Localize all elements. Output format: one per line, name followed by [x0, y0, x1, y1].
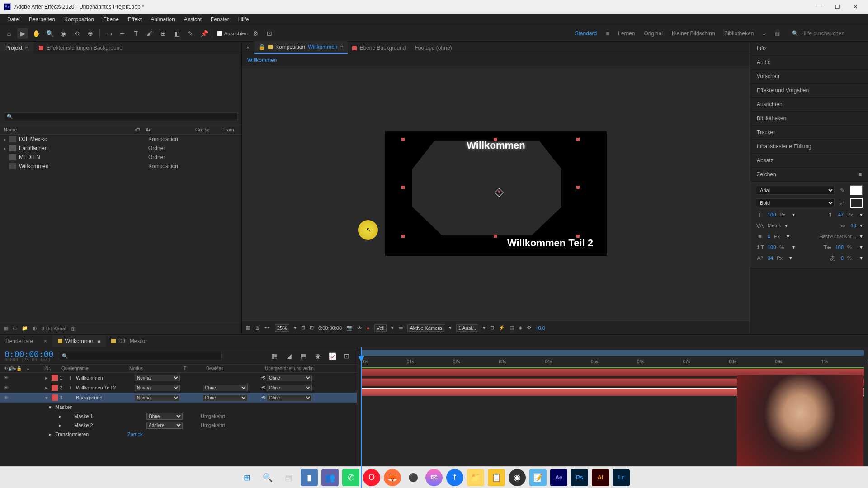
ai-taskbar-icon[interactable]: Ai — [592, 469, 609, 486]
mask-1[interactable]: Maske 1 — [74, 413, 146, 419]
resolution-select[interactable]: Voll — [374, 324, 387, 332]
col-label-icon[interactable]: 🏷 — [135, 127, 146, 132]
adjust-icon[interactable]: ◐ — [33, 325, 37, 331]
comp-tab-close[interactable]: × — [242, 42, 254, 54]
roto-tool-icon[interactable]: ✎ — [185, 28, 196, 39]
start-icon[interactable]: ⊞ — [238, 469, 255, 486]
font-weight-select[interactable]: Bold — [756, 198, 835, 207]
tab-effekteinstellungen[interactable]: Effekteinstellungen Background — [33, 42, 128, 54]
font-family-select[interactable]: Arial — [756, 186, 835, 195]
tab-footage[interactable]: Footage (ohne) — [410, 42, 457, 54]
tab-projekt[interactable]: Projekt ≡ — [0, 42, 33, 54]
zoom-tool-icon[interactable]: 🔍 — [44, 28, 55, 39]
col-art[interactable]: Art — [146, 127, 195, 132]
tab-renderliste[interactable]: Renderliste — [0, 335, 38, 347]
zoom-select[interactable]: 25% — [275, 324, 289, 332]
fill-swatch[interactable] — [850, 185, 863, 195]
brush-tool-icon[interactable]: 🖌 — [144, 28, 155, 39]
leading-value[interactable]: 47 — [838, 212, 844, 217]
tl-close[interactable]: × — [38, 335, 52, 347]
new-folder-icon[interactable]: 📁 — [22, 325, 28, 331]
explorer-icon[interactable]: ▮ — [301, 469, 318, 486]
res-icon[interactable]: ⊞ — [301, 325, 305, 331]
project-item[interactable]: WillkommenKomposition — [0, 162, 241, 171]
col-modus[interactable]: Modus — [129, 366, 184, 371]
brain-icon[interactable]: ⊡ — [341, 351, 352, 361]
project-item[interactable]: ▸DJI_MexikoKomposition — [0, 135, 241, 144]
views-select[interactable]: 1 Ansi... — [456, 324, 478, 332]
puppet-tool-icon[interactable]: 📌 — [198, 28, 209, 39]
flowchart-icon[interactable]: ◈ — [519, 325, 522, 331]
messenger-icon[interactable]: ✉ — [425, 469, 443, 486]
home-icon[interactable]: ⌂ — [4, 28, 14, 39]
stroke-option[interactable]: Fläche über Kon... — [819, 234, 856, 239]
hand-tool-icon[interactable]: ✋ — [31, 28, 42, 39]
monitor-icon[interactable]: 🖥 — [255, 325, 259, 331]
viewer-time[interactable]: 0:00:00:00 — [318, 325, 342, 331]
breadcrumb[interactable]: Willkommen — [242, 54, 750, 66]
panel-absatz[interactable]: Absatz — [750, 154, 868, 168]
orbit-tool-icon[interactable]: ◉ — [58, 28, 69, 39]
project-item[interactable]: ▸FarbflächenOrdner — [0, 144, 241, 153]
close-button[interactable]: ✕ — [846, 0, 864, 14]
panel-bibliotheken[interactable]: Bibliotheken — [750, 112, 868, 126]
transform-group[interactable]: Transformieren — [55, 432, 127, 437]
panel-tracker[interactable]: Tracker — [750, 126, 868, 140]
roi-icon[interactable]: ▭ — [398, 325, 403, 331]
col-name[interactable]: Name — [4, 127, 135, 132]
tracking-value[interactable]: 10 — [851, 223, 856, 228]
menu-fenster[interactable]: Fenster — [206, 14, 234, 24]
font-size-value[interactable]: 100 — [768, 212, 776, 217]
selection-tool-icon[interactable]: ▶ — [17, 28, 28, 39]
files-icon[interactable]: 📁 — [467, 469, 484, 486]
timeline-search-input[interactable] — [59, 352, 222, 360]
tb-search-icon[interactable]: 🔍 — [259, 469, 276, 486]
project-search-input[interactable] — [4, 112, 238, 121]
workspace-lernen[interactable]: Lernen — [618, 30, 635, 37]
layer-row[interactable]: 👁▾3BackgroundNormalOhne⟲ Ohne — [0, 393, 357, 403]
tsume-value[interactable]: 0 — [841, 255, 844, 261]
workspace-opts-icon[interactable]: ≡ — [606, 30, 609, 37]
menu-ansicht[interactable]: Ansicht — [179, 14, 206, 24]
vscale-value[interactable]: 100 — [768, 244, 776, 250]
channel-icon[interactable]: ● — [367, 325, 370, 331]
col-nr[interactable]: Nr. — [45, 366, 61, 371]
col-uber[interactable]: Übergeordnet und verkn. — [265, 366, 337, 371]
interpret-icon[interactable]: ▦ — [4, 325, 8, 331]
eraser-tool-icon[interactable]: ◧ — [171, 28, 182, 39]
playhead[interactable] — [361, 347, 362, 488]
stamp-tool-icon[interactable]: ⊞ — [158, 28, 169, 39]
minimize-button[interactable]: — — [810, 0, 828, 14]
app-icon-2[interactable]: 📋 — [488, 469, 505, 486]
tab-komposition[interactable]: 🔒 Komposition Willkommen ≡ — [254, 41, 348, 54]
grid-icon[interactable]: ⊡ — [310, 325, 314, 331]
panel-inhalt[interactable]: Inhaltsbasierte Füllung — [750, 140, 868, 154]
tab-tl-dji[interactable]: DJI_Mexiko — [106, 335, 152, 347]
hscale-value[interactable]: 100 — [835, 244, 844, 250]
mask-icon[interactable]: 👓 — [264, 325, 270, 331]
exposure[interactable]: +0,0 — [535, 325, 545, 331]
layer-row[interactable]: 👁▸2TWillkommen Teil 2NormalOhne⟲ Ohne — [0, 383, 357, 393]
timeline-icon[interactable]: ▤ — [509, 325, 514, 331]
graph-icon[interactable]: 📈 — [327, 351, 338, 361]
tab-tl-willkommen[interactable]: Willkommen ≡ — [52, 335, 106, 347]
bit-depth[interactable]: 8-Bit-Kanal — [42, 326, 66, 331]
menu-animation[interactable]: Animation — [146, 14, 179, 24]
help-search-input[interactable] — [801, 30, 864, 37]
workspace-more-icon[interactable]: » — [763, 30, 766, 37]
shy-icon[interactable]: ◢ — [283, 351, 294, 361]
ae-taskbar-icon[interactable]: Ae — [550, 469, 567, 486]
mask1-inv[interactable]: Umgekehrt — [201, 413, 225, 419]
menu-hilfe[interactable]: Hilfe — [234, 14, 254, 24]
panel-zeichen-header[interactable]: Zeichen≡ — [750, 168, 868, 182]
workspace-kleiner[interactable]: Kleiner Bildschirm — [672, 30, 715, 37]
stroke-swatch[interactable] — [850, 198, 863, 208]
workspace-panel-icon[interactable]: ▦ — [775, 30, 780, 37]
facebook-icon[interactable]: f — [446, 469, 463, 486]
anchor-tool-icon[interactable]: ⊕ — [85, 28, 96, 39]
ps-taskbar-icon[interactable]: Ps — [571, 469, 588, 486]
mask-2[interactable]: Maske 2 — [74, 422, 146, 428]
frame-blend-icon[interactable]: ▤ — [298, 351, 309, 361]
rotate-tool-icon[interactable]: ⟲ — [71, 28, 82, 39]
col-frame[interactable]: Fram — [222, 127, 234, 132]
